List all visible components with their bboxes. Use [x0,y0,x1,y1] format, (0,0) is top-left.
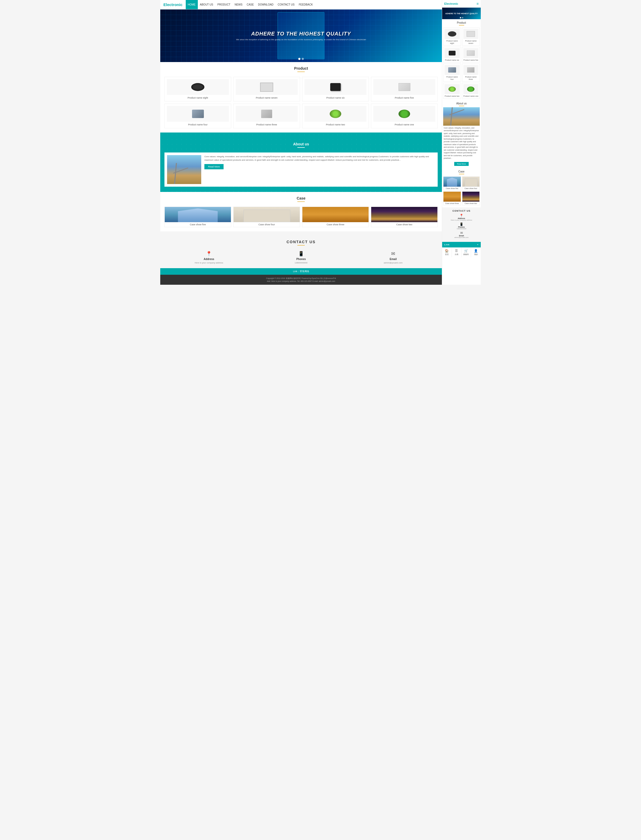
case-card-3[interactable]: Case show three [302,207,369,227]
case-card-2[interactable]: Case show two [371,207,438,227]
sidebar-contact-email: ✉ Email admin@youarb.com [444,231,479,238]
product-card-5[interactable]: Product name five [371,77,438,102]
nav-home[interactable]: HOME [186,0,198,9]
green-machine-icon [330,110,341,118]
sidebar-product-thumb-5 [464,48,478,58]
product-name-1: Product name one [373,123,435,126]
sidebar-product-thumb-8 [445,29,460,39]
sidebar-product-name-3: Product name three [464,76,478,81]
nav-feedback[interactable]: FEEDBACK [296,0,315,9]
case-card-5[interactable]: Case show five [164,207,231,227]
sidebar-product-name-2: Product name two [445,95,460,97]
sidebar-case-name-2: Case show two [462,202,480,205]
case-thumb-4 [234,207,300,222]
footer-copyright: Copyright © 2012-2016 某微网站 版权所有 Powered … [160,275,442,285]
about-text-content: Core values: integrity, innovation, and … [205,155,435,184]
sidebar-case-card-3[interactable]: Case show three [443,191,461,205]
sidebar-link-text[interactable]: Link [444,244,449,246]
sidebar-hero-dot-1[interactable] [460,17,461,18]
sidebar-nav-category[interactable]: ☰ 分类 [452,248,462,257]
sidebar-address-icon: 📍 [459,214,464,217]
meter-icon [260,82,273,92]
sidebar-product-grid: Product name eight Product name seven Pr… [442,27,481,100]
sidebar-product-card-4[interactable]: Product name four [443,64,461,82]
sidebar-bottom-nav: 🏠 首页 ☰ 分类 🛒 购物车 👤 我的 [442,247,481,257]
hero-subtitle: We since the inception of adhering to th… [236,39,366,41]
sidebar-nav-home-label: 首页 [445,253,449,256]
product-card-4[interactable]: Product name four [164,103,231,128]
sidebar-about-title: About us [442,100,481,107]
product-card-6[interactable]: Product name six [302,77,369,102]
sidebar-header: Electronic ≡ [442,0,481,8]
product-card-3[interactable]: Product name three [233,103,300,128]
sidebar-phone-label: Phones [458,226,465,228]
nav-download[interactable]: DOWNLOAD [256,0,275,9]
sidebar-product-card-8[interactable]: Product name eight [443,27,461,46]
product-card-1[interactable]: Product name one [371,103,438,128]
email-value: admin@youarb.com [384,262,403,264]
sidebar-product-card-1[interactable]: Product name one [462,83,480,99]
sidebar: Electronic ≡ ADHERE TO THE HIGHEST QUALI… [442,0,481,285]
case-section-title: Case [164,196,438,204]
sidebar-link-plus-icon[interactable]: + [477,244,478,246]
about-read-more-button[interactable]: Read More [205,164,224,169]
product-card-7[interactable]: Product name seven [233,77,300,102]
sidebar-nav-cart[interactable]: 🛒 购物车 [462,248,471,257]
footer-link-text[interactable]: Link：零售网络 [293,270,309,273]
about-image [167,155,201,184]
sidebar-case-thumb-3 [443,192,461,202]
sidebar-nav-home[interactable]: 🏠 首页 [442,248,452,257]
cable-icon [191,83,205,91]
sidebar-menu-icon[interactable]: ≡ [477,2,478,6]
sidebar-logo[interactable]: Electronic [444,2,458,5]
nav-case[interactable]: CASE [245,0,256,9]
case-name-3: Case show three [302,222,369,227]
hero-dot-2[interactable] [302,58,304,60]
footer-link-bar: Link：零售网络 [160,268,442,275]
case-card-4[interactable]: Case show four [233,207,300,227]
hero-banner: ADHERE TO THE HIGHEST QUALITY We since t… [160,10,442,62]
contact-address: 📍 Address Here is your company address [164,251,253,264]
contact-section: CONTACT US 📍 Address Here is your compan… [160,231,442,268]
sidebar-product-card-6[interactable]: Product name six [443,47,461,63]
sidebar-read-more-button[interactable]: Read More [454,162,469,166]
main-logo[interactable]: Electronic [163,2,183,7]
product-card-8[interactable]: Product name eight [164,77,231,102]
sidebar-contact-section: CONTACT US 📍 Address Here is your compan… [442,207,481,242]
contact-section-title: CONTACT US [164,240,438,248]
sidebar-product-card-5[interactable]: Product name five [462,47,480,63]
sidebar-product-title: Product [442,19,481,27]
nav-contact[interactable]: CONTACT US [275,0,296,9]
nav-news[interactable]: NEWS [232,0,245,9]
product-thumb-1 [373,106,435,122]
about-section: About us Core values: integrity, innovat… [160,132,442,192]
copyright-line-1: Copyright © 2012-2016 某微网站 版权所有 Powered … [163,277,440,280]
sidebar-nav-cart-label: 购物车 [464,253,469,256]
product-thumb-8 [167,79,229,95]
sidebar-adapter-icon [449,51,456,55]
sidebar-case-card-5[interactable]: Case show five [443,176,461,191]
hero-dot-1[interactable] [298,58,301,60]
sidebar-product-card-3[interactable]: Product name three [462,64,480,82]
sidebar-product-name-8: Product name eight [445,40,460,44]
sidebar-product-card-2[interactable]: Product name two [443,83,461,99]
sidebar-product-card-7[interactable]: Product name seven [462,27,480,46]
sidebar-phone-icon: 📱 [459,223,464,226]
sidebar-box-icon [467,50,475,56]
sidebar-case-card-4[interactable]: Case show four [462,176,480,191]
sidebar-address-label: Address [457,217,465,219]
sidebar-contact-title: CONTACT US [444,210,479,212]
nav-about[interactable]: ABOUT US [198,0,216,9]
product-name-3: Product name three [236,123,298,126]
product-card-2[interactable]: Product name two [302,103,369,128]
sidebar-meter-icon [467,31,475,37]
sidebar-hero-text: ADHERE TO THE HIGHEST QUALITY [445,13,478,15]
sidebar-case-card-2[interactable]: Case show two [462,191,480,205]
product-thumb-2 [304,106,366,122]
sidebar-hero-dot-2[interactable] [462,17,463,18]
sidebar-case-thumb-5 [443,177,461,187]
sidebar-nav-profile[interactable]: 👤 我的 [471,248,481,257]
sidebar-product-name-6: Product name six [445,59,460,61]
header: Electronic HOME ABOUT US PRODUCT NEWS CA… [160,0,442,10]
nav-product[interactable]: PRODUCT [215,0,232,9]
